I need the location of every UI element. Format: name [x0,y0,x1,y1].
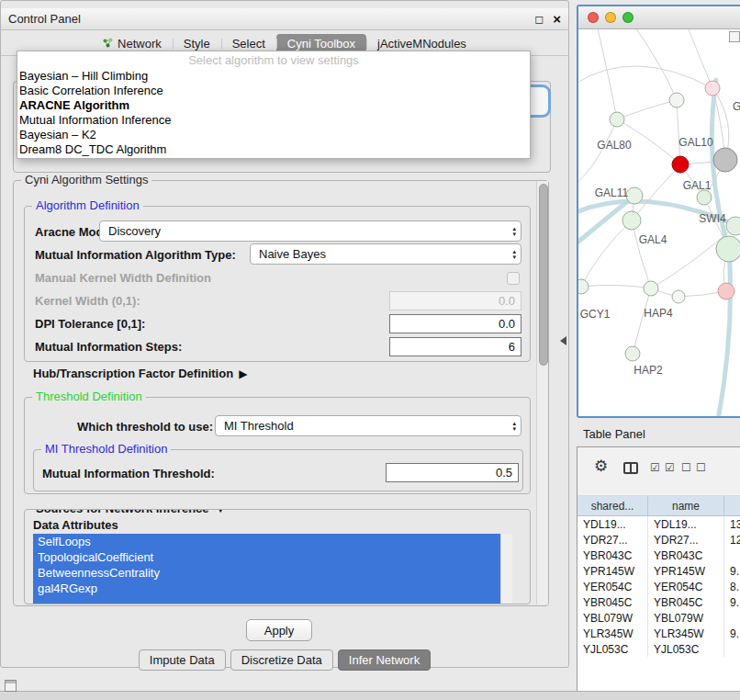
list-item[interactable]: gal4RGexp [33,581,500,596]
attributes-scrollbar[interactable] [500,534,512,604]
node-label: GAL [733,100,740,113]
dropdown-item[interactable]: Basic Correlation Inference [17,84,530,98]
float-window-icon[interactable]: ◻ [534,13,544,26]
tab-label: Cyni Toolbox [287,37,355,51]
node-label: GCY1 [580,308,611,321]
table-row[interactable]: YDR27...YDR27...12 [577,532,740,548]
mac-close-button[interactable] [588,12,599,23]
network-window-titlebar[interactable] [578,6,740,29]
network-edge[interactable] [677,100,680,164]
list-item[interactable]: SelfLoops [33,534,500,549]
settings-group-title: Cyni Algorithm Settings [21,173,151,186]
network-edge[interactable] [578,119,617,186]
column-header[interactable]: shared... [577,496,648,515]
collapsed-arrow-icon[interactable]: ▶ [239,367,247,380]
dropdown-item[interactable]: Dream8 DC_TDC Algorithm [17,142,530,157]
network-node[interactable] [713,148,737,172]
table-cell: YBR045C [577,594,648,610]
network-node[interactable] [626,187,643,204]
scrollbar-thumb[interactable] [539,184,548,366]
dropdown-item[interactable]: Bayesian – Hill Climbing [17,69,530,84]
list-item[interactable]: BetweennessCentrality [33,565,500,581]
column-header[interactable] [724,496,740,515]
network-node[interactable] [705,81,720,96]
table-row[interactable]: YBR043CYBR043C [577,548,740,563]
table-row[interactable]: YLR345WYLR345W9. [577,626,740,641]
table-row[interactable]: YBR045CYBR045C9. [577,594,740,610]
network-edge[interactable] [581,285,651,288]
dropdown-item[interactable]: ARACNE Algorithm [17,98,530,113]
aracne-mode-select[interactable]: Discovery ▴▾ [99,220,521,242]
gear-icon[interactable]: ⚙ [594,458,608,474]
expanded-arrow-icon[interactable]: ▼ [216,509,225,514]
network-edge[interactable] [578,66,712,88]
network-edge[interactable] [687,29,712,88]
bottom-tab-discretize-data[interactable]: Discretize Data [230,649,333,671]
show-columns-icon[interactable] [623,462,638,474]
mac-zoom-button[interactable] [622,12,633,23]
network-node[interactable] [625,346,640,361]
control-panel-titlebar[interactable]: Control Panel ◻ × [1,8,568,30]
mi-algorithm-type-select[interactable]: Naive Bayes ▴▾ [250,243,521,265]
network-edge[interactable] [597,29,617,119]
apply-button[interactable]: Apply [246,619,312,641]
network-node[interactable] [610,112,624,127]
bottom-tab-impute-data[interactable]: Impute Data [139,649,226,671]
unselect-all-columns-icon[interactable]: ☐ ☐ [681,461,707,474]
table-cell: 9. [724,563,740,579]
bottom-tab-infer-network[interactable]: Infer Network [338,649,431,671]
data-attributes-list[interactable]: SelfLoopsTopologicalCoefficientBetweenne… [33,534,512,604]
docked-window-icon[interactable] [5,680,17,692]
table-row[interactable]: YJL053CYJL053C [577,641,740,657]
network-edge[interactable] [617,100,677,119]
network-node[interactable] [672,156,689,173]
table-row[interactable]: YPR145WYPR145W9. [577,563,740,579]
dropdown-items: Bayesian – Hill ClimbingBasic Correlatio… [17,69,530,157]
list-item[interactable]: TopologicalCoefficient [33,549,500,565]
view-control-button[interactable] [729,31,740,42]
panel-collapse-arrow[interactable] [560,336,566,345]
network-node[interactable] [644,281,658,296]
mi-threshold-field[interactable] [386,463,519,482]
table-row[interactable]: YER054CYER054C8. [577,579,740,594]
network-edge-thick[interactable] [718,249,731,416]
column-header[interactable]: name [648,496,724,515]
network-edge[interactable] [632,220,651,288]
network-node[interactable] [672,290,685,303]
algorithm-dropdown-popup: Select algorithm to view settings Bayesi… [17,51,531,159]
mi-steps-field[interactable] [389,337,521,356]
network-canvas[interactable]: GAL80GAL10GALGAL1GAL11SWI4GAL4GCY1HAP4HA… [578,29,740,416]
network-node[interactable] [726,217,740,235]
table-cell: YDR27... [648,532,724,548]
close-window-icon[interactable]: × [553,12,561,26]
network-node[interactable] [578,279,589,294]
network-node[interactable] [697,190,712,205]
network-node[interactable] [669,93,684,107]
select-all-columns-icon[interactable]: ☑ ☑ [650,461,676,474]
which-threshold-select[interactable]: MI Threshold ▴▾ [215,415,521,436]
network-edge[interactable] [633,29,677,100]
manual-kernel-width-checkbox[interactable] [507,272,520,285]
mi-algorithm-type-value: Naive Bayes [259,247,326,261]
node-label: GAL11 [595,186,629,199]
settings-scrollbar[interactable] [536,181,548,604]
table-cell: YJL053C [577,641,648,657]
network-node[interactable] [718,283,734,299]
kernel-width-field[interactable] [389,291,521,310]
table-row[interactable]: YBL079WYBL079W [577,610,740,626]
hub-definition-section[interactable]: Hub/Transcription Factor Definition ▶ [33,367,247,380]
dpi-tolerance-field[interactable] [389,314,521,333]
table-row[interactable]: YDL19...YDL19...13 [577,516,740,532]
dropdown-item[interactable]: Mutual Information Inference [17,113,530,128]
network-edge[interactable] [633,288,651,354]
network-node[interactable] [716,236,740,262]
network-graph[interactable]: GAL80GAL10GALGAL1GAL11SWI4GAL4GCY1HAP4HA… [578,29,740,416]
dropdown-item[interactable]: Bayesian – K2 [17,128,530,142]
desktop: Control Panel ◻ × NetworkStyleSelectCyni… [0,0,740,700]
mac-minimize-button[interactable] [605,12,616,23]
network-node[interactable] [622,211,641,230]
table-cell: YDR27... [577,532,648,548]
manual-kernel-width-label: Manual Kernel Width Definition [35,271,211,285]
list-item-partial[interactable] [33,596,500,604]
table-cell: 13 [724,516,740,532]
